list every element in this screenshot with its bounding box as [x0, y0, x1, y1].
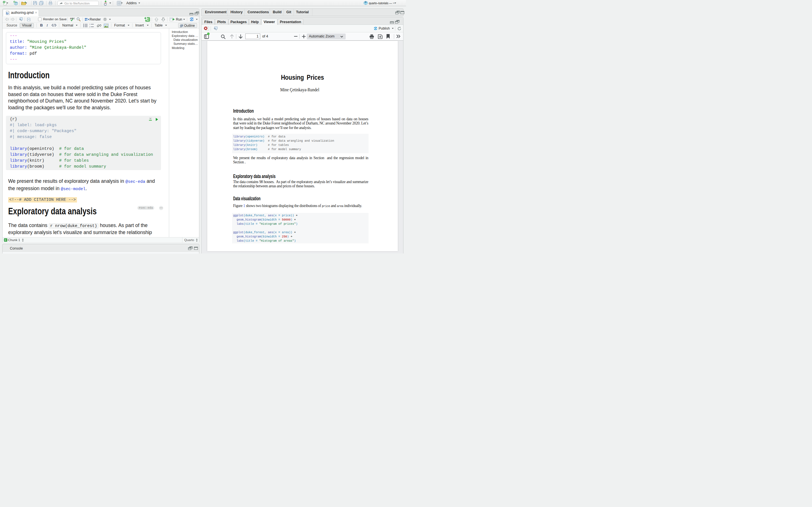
svg-text:1: 1	[89, 24, 90, 25]
svg-text:R: R	[15, 1, 17, 4]
svg-text:2: 2	[89, 26, 90, 27]
svg-text:R: R	[365, 1, 366, 3]
